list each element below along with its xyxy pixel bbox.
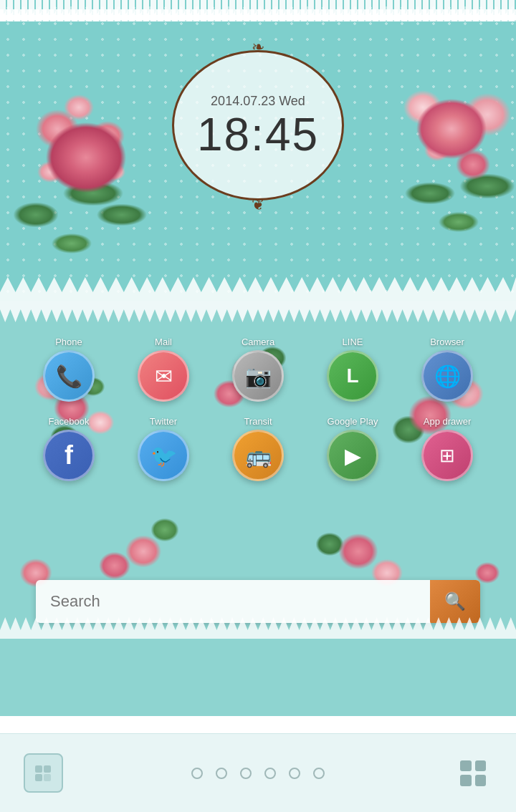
clock-frame: 2014.07.23 Wed 18:45 xyxy=(172,50,344,200)
appdrawer-icon[interactable]: ⊞ xyxy=(421,430,473,481)
app-facebook[interactable]: Facebook f xyxy=(43,416,95,481)
app-browser[interactable]: Browser 🌐 xyxy=(421,337,473,402)
icons-row-2: Facebook f Twitter 🐦 Transit 🚌 Google Pl… xyxy=(22,416,494,481)
top-wallpaper: 2014.07.23 Wed 18:45 xyxy=(0,0,516,301)
app-camera-label: Camera xyxy=(242,337,274,347)
page-dot-3[interactable] xyxy=(240,768,252,779)
app-phone-label: Phone xyxy=(55,337,82,347)
app-icons-container: Phone 📞 Mail ✉ Camera 📷 LINE L Browser 🌐 xyxy=(0,337,516,496)
browser-icon[interactable]: 🌐 xyxy=(421,350,473,402)
app-mail[interactable]: Mail ✉ xyxy=(138,337,189,402)
clock-widget: 2014.07.23 Wed 18:45 xyxy=(165,43,351,208)
svg-rect-3 xyxy=(44,774,51,781)
search-input[interactable] xyxy=(36,580,430,623)
lace-top-border xyxy=(0,0,516,21)
icons-row-1: Phone 📞 Mail ✉ Camera 📷 LINE L Browser 🌐 xyxy=(22,337,494,402)
nav-right xyxy=(444,758,502,789)
app-transit-label: Transit xyxy=(244,416,272,427)
svg-rect-0 xyxy=(35,765,42,773)
page-dots xyxy=(72,768,444,779)
grid-cell-4 xyxy=(475,775,487,786)
app-line-label: LINE xyxy=(343,337,363,347)
bottom-wallpaper: Phone 📞 Mail ✉ Camera 📷 LINE L Browser 🌐 xyxy=(0,301,516,716)
app-appdrawer-label: App drawer xyxy=(424,416,471,427)
grid-cell-1 xyxy=(460,760,472,772)
googleplay-icon[interactable]: ▶ xyxy=(327,430,378,481)
transit-icon[interactable]: 🚌 xyxy=(232,430,284,481)
app-camera[interactable]: Camera 📷 xyxy=(232,337,284,402)
app-mail-label: Mail xyxy=(155,337,172,347)
app-browser-label: Browser xyxy=(430,337,464,347)
camera-icon[interactable]: 📷 xyxy=(232,350,284,402)
home-button[interactable] xyxy=(24,753,63,793)
app-transit[interactable]: Transit 🚌 xyxy=(232,416,284,481)
page-dot-4[interactable] xyxy=(264,768,276,779)
page-dot-2[interactable] xyxy=(216,768,227,779)
app-twitter[interactable]: Twitter 🐦 xyxy=(138,416,189,481)
search-button[interactable]: 🔍 xyxy=(430,580,480,623)
app-phone[interactable]: Phone 📞 xyxy=(43,337,95,402)
svg-rect-1 xyxy=(44,765,51,773)
mail-icon[interactable]: ✉ xyxy=(138,350,189,402)
search-bar[interactable]: 🔍 xyxy=(36,580,480,623)
app-line[interactable]: LINE L xyxy=(327,337,378,402)
page-dot-5[interactable] xyxy=(289,768,300,779)
app-facebook-label: Facebook xyxy=(48,416,89,427)
page-dot-1[interactable] xyxy=(191,768,203,779)
svg-rect-2 xyxy=(35,774,42,781)
navigation-bar xyxy=(0,733,516,812)
nav-left xyxy=(14,753,72,793)
rose-decoration-left xyxy=(0,14,158,279)
line-icon[interactable]: L xyxy=(327,350,378,402)
grid-cell-2 xyxy=(475,760,487,772)
rose-decoration-right xyxy=(344,7,516,279)
grid-cell-3 xyxy=(460,775,472,786)
clock-time: 18:45 xyxy=(197,112,319,158)
phone-icon[interactable]: 📞 xyxy=(43,350,95,402)
clock-date: 2014.07.23 Wed xyxy=(211,94,305,109)
app-appdrawer[interactable]: App drawer ⊞ xyxy=(421,416,473,481)
facebook-icon[interactable]: f xyxy=(43,430,95,481)
apps-grid-button[interactable] xyxy=(457,758,489,789)
home-icon xyxy=(33,763,53,783)
app-googleplay[interactable]: Google Play ▶ xyxy=(327,416,378,481)
page-dot-6[interactable] xyxy=(313,768,325,779)
app-googleplay-label: Google Play xyxy=(328,416,378,427)
twitter-icon[interactable]: 🐦 xyxy=(138,430,189,481)
lace-bottom-border xyxy=(0,277,516,301)
app-twitter-label: Twitter xyxy=(150,416,177,427)
search-icon: 🔍 xyxy=(444,591,466,612)
